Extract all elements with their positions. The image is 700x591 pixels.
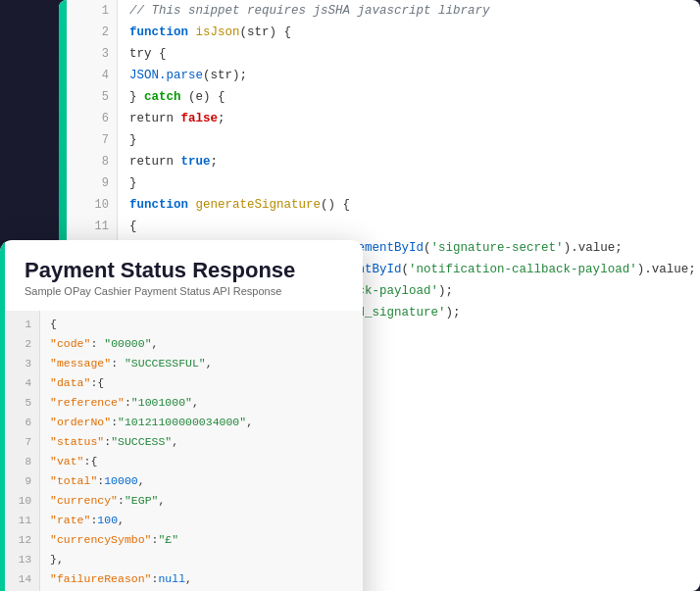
code-line: JSON.parse(str); [129, 65, 688, 86]
json-line: "total":10000, [50, 471, 353, 491]
payment-status-modal: Payment Status Response Sample OPay Cash… [0, 240, 363, 591]
code-line: return false; [129, 108, 688, 129]
code-line: return true; [129, 151, 688, 172]
modal-code-area: 1234567891011121314151617 { "code": "000… [0, 311, 363, 591]
json-line: { [50, 315, 353, 334]
json-line: "currency":"EGP", [50, 491, 353, 511]
modal-subtitle: Sample OPay Cashier Payment Status API R… [25, 285, 343, 297]
code-line: } catch (e) { [129, 86, 688, 108]
json-line: "reference":"1001000", [50, 393, 353, 413]
json-line: "status":"SUCCESS", [50, 432, 353, 452]
code-line: try { [129, 43, 688, 65]
modal-header: Payment Status Response Sample OPay Cash… [0, 240, 363, 311]
json-line: "orderNo":"10121100000034000", [50, 413, 353, 432]
json-line: "rate":100, [50, 511, 353, 530]
modal-line-numbers: 1234567891011121314151617 [5, 311, 40, 591]
json-line: "failureReason":null, [50, 569, 353, 589]
modal-code-content: { "code": "00000", "message": "SUCCESSFU… [40, 311, 363, 591]
code-line: { [129, 216, 688, 237]
code-line: // This snippet requires jsSHA javascrip… [129, 0, 688, 22]
code-line: } [129, 172, 688, 194]
code-line: function isJson(str) { [129, 22, 688, 43]
modal-title: Payment Status Response [25, 258, 343, 283]
json-line: "message": "SUCCESSFUL", [50, 354, 353, 373]
json-line: "code": "00000", [50, 334, 353, 354]
json-line: "vat":{ [50, 452, 353, 471]
json-line: "data":{ [50, 373, 353, 393]
json-line: }, [50, 550, 353, 569]
code-line: } [129, 129, 688, 151]
modal-code-inner: 1234567891011121314151617 { "code": "000… [5, 311, 363, 591]
code-line: function generateSignature() { [129, 194, 688, 216]
json-line: "currencySymbo":"£" [50, 530, 353, 550]
